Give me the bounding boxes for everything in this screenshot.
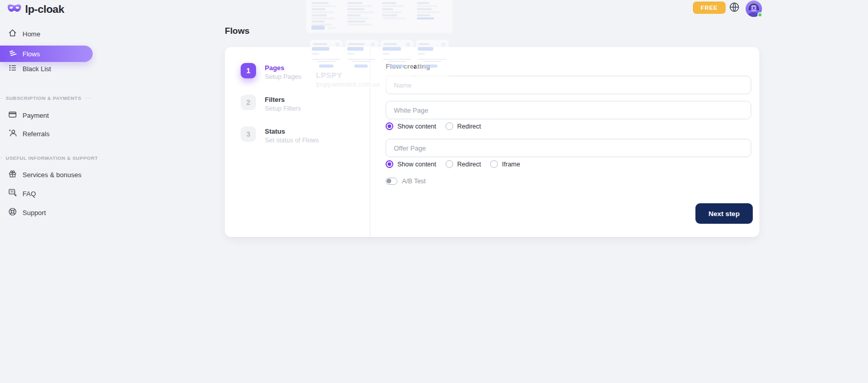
sidebar-item-label: FAQ <box>23 190 36 198</box>
sidebar-item-black-list[interactable]: Black List <box>0 62 102 75</box>
radio-icon <box>446 122 453 130</box>
offer-page-mode-group: Show content Redirect Iframe <box>386 160 520 168</box>
sidebar-item-services[interactable]: Services & bonuses <box>0 168 102 181</box>
step-filters[interactable]: 2 Filters Setup Filters <box>241 95 301 112</box>
sidebar-item-support[interactable]: Support <box>0 206 102 219</box>
next-step-button[interactable]: Next step <box>695 203 753 224</box>
ab-test-toggle-row[interactable]: A/B Test <box>386 178 426 185</box>
form-title: Flow creating <box>386 62 430 70</box>
radio-icon <box>446 160 453 168</box>
sidebar-item-label: Services & bonuses <box>23 171 81 179</box>
offer-redirect-option[interactable]: Redirect <box>446 160 481 168</box>
ghost-panel <box>306 0 453 33</box>
brand-logo[interactable]: lp-cloak <box>7 3 64 15</box>
app-root: lp-cloak FREE <box>0 0 868 383</box>
home-icon <box>8 29 17 39</box>
faq-bubble-icon: ?! <box>8 188 17 199</box>
step-title: Status <box>265 126 319 135</box>
toggle-knob <box>387 179 391 183</box>
step-number: 2 <box>241 95 256 110</box>
sidebar-item-payment[interactable]: Payment <box>0 109 102 122</box>
sidebar-item-label: Referrals <box>23 130 50 138</box>
step-subtitle: Setup Filters <box>265 105 301 112</box>
offer-show-content-option[interactable]: Show content <box>386 160 436 168</box>
svg-text:?!: ?! <box>10 190 14 194</box>
sidebar-item-label: Home <box>23 30 40 38</box>
white-show-content-option[interactable]: Show content <box>386 122 436 130</box>
radio-checked-icon <box>386 160 393 168</box>
globe-icon[interactable] <box>729 2 739 12</box>
step-title: Filters <box>265 95 301 103</box>
offer-page-input[interactable] <box>386 139 751 157</box>
sidebar-item-label: Flows <box>23 50 40 58</box>
sidebar-item-label: Support <box>23 209 46 217</box>
offer-iframe-option[interactable]: Iframe <box>490 160 520 168</box>
ab-test-label: A/B Test <box>402 178 426 185</box>
white-page-input[interactable] <box>386 101 751 119</box>
sidebar-item-faq[interactable]: ?! FAQ <box>0 187 102 200</box>
step-pages[interactable]: 1 Pages Setup Pages <box>241 63 302 80</box>
white-page-mode-group: Show content Redirect <box>386 122 481 130</box>
sidebar-section-useful: USEFUL INFORMATION & SUPPORT <box>0 155 93 161</box>
plan-badge[interactable]: FREE <box>693 2 726 14</box>
step-subtitle: Setup Pages <box>265 73 302 80</box>
flow-name-input[interactable] <box>386 76 751 94</box>
white-redirect-option[interactable]: Redirect <box>446 122 481 130</box>
card-divider <box>370 47 370 237</box>
sidebar-item-label: Black List <box>23 65 51 73</box>
step-status[interactable]: 3 Status Set status of Flows <box>241 126 319 144</box>
page-title: Flows <box>225 26 249 36</box>
gift-icon <box>8 169 17 180</box>
step-title: Pages <box>265 63 302 72</box>
online-status-dot <box>757 12 763 17</box>
sidebar-item-flows[interactable]: Flows <box>0 46 93 62</box>
sidebar-item-home[interactable]: Home <box>0 27 102 40</box>
step-number: 1 <box>241 63 256 78</box>
brand-name: lp-cloak <box>25 3 64 15</box>
list-icon <box>8 63 17 74</box>
credit-card-icon <box>8 110 17 120</box>
sidebar-item-label: Payment <box>23 112 49 119</box>
flows-icon <box>8 49 17 59</box>
radio-icon <box>490 160 498 168</box>
ab-test-toggle[interactable] <box>386 178 397 185</box>
sidebar-item-referrals[interactable]: Referrals <box>0 127 102 140</box>
step-number: 3 <box>241 126 256 142</box>
lifebuoy-icon <box>8 207 17 218</box>
mask-icon <box>7 3 22 15</box>
radio-checked-icon <box>386 122 393 130</box>
user-avatar[interactable] <box>746 1 762 17</box>
step-subtitle: Set status of Flows <box>265 137 319 144</box>
sidebar-section-subscription: SUBSCRIPTION & PAYMENTS <box>0 95 93 101</box>
referral-user-icon <box>8 129 17 139</box>
